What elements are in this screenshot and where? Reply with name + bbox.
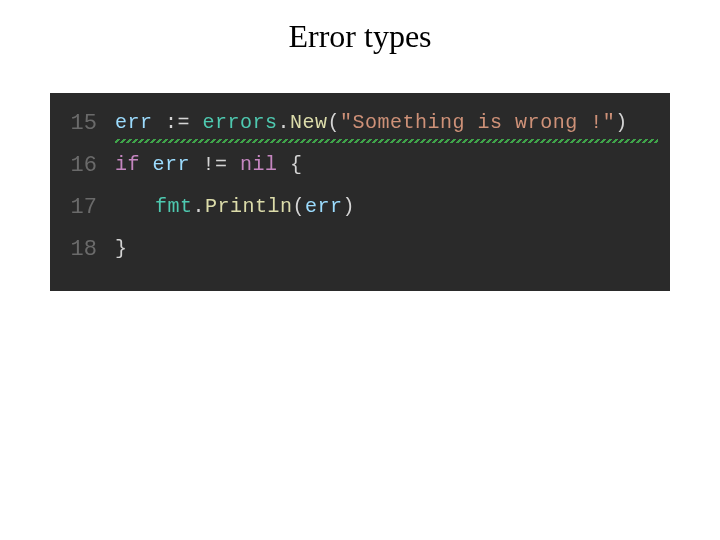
token-variable: err [305, 195, 343, 218]
line-number: 18 [50, 239, 115, 261]
line-number: 17 [50, 197, 115, 219]
line-number: 16 [50, 155, 115, 177]
token-keyword: if [115, 153, 153, 176]
token-variable: err [153, 153, 191, 176]
code-content: err := errors.New("Something is wrong !"… [115, 113, 628, 133]
token-function: Println [205, 195, 293, 218]
token-paren: ) [343, 195, 356, 218]
code-content: if err != nil { [115, 155, 303, 175]
slide-title: Error types [0, 0, 720, 63]
code-line-16: 16 if err != nil { [50, 145, 670, 187]
code-line-17: 17 fmt.Println(err) [50, 187, 670, 229]
code-editor: 15 err := errors.New("Something is wrong… [50, 93, 670, 291]
token-brace: } [115, 237, 128, 260]
token-operator: := [153, 111, 203, 134]
token-nil: nil [240, 153, 278, 176]
token-paren: ) [615, 111, 628, 134]
token-paren: ( [293, 195, 306, 218]
code-line-15: 15 err := errors.New("Something is wrong… [50, 103, 670, 145]
token-function: New [290, 111, 328, 134]
code-content: fmt.Println(err) [115, 197, 355, 217]
token-brace: { [278, 153, 303, 176]
token-paren: ( [328, 111, 341, 134]
token-package: fmt [155, 195, 193, 218]
slide: Error types 15 err := errors.New("Someth… [0, 0, 720, 540]
token-package: errors [203, 111, 278, 134]
token-string: "Something is wrong !" [340, 111, 615, 134]
token-operator: != [190, 153, 240, 176]
lint-squiggle [115, 139, 658, 143]
token-variable: err [115, 111, 153, 134]
line-number: 15 [50, 113, 115, 135]
code-line-18: 18 } [50, 229, 670, 271]
token-dot: . [193, 195, 206, 218]
token-dot: . [278, 111, 291, 134]
code-content: } [115, 239, 128, 259]
